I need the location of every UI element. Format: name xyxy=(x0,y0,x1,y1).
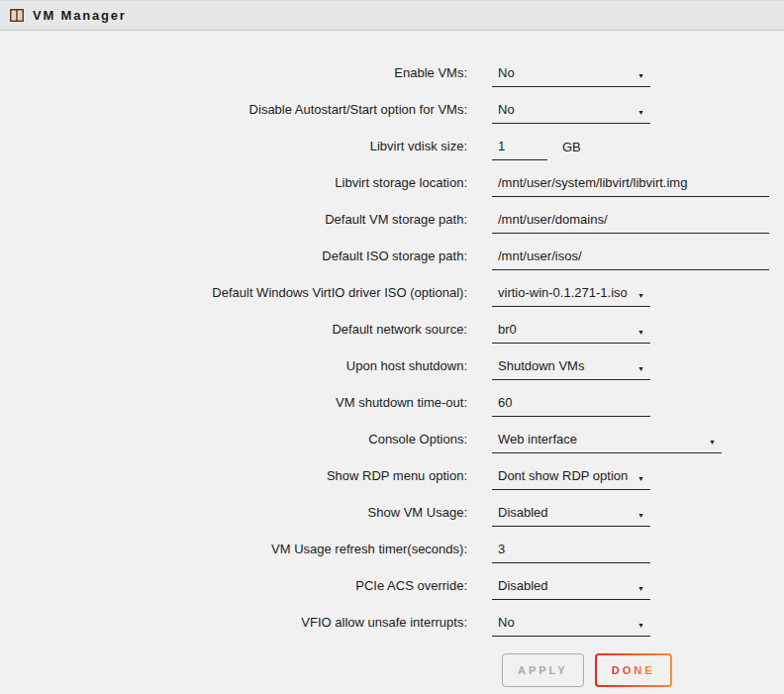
chevron-down-icon: ▼ xyxy=(637,512,644,519)
upon-host-shutdown-value: Shutdown VMs xyxy=(498,358,584,373)
form-row: Disable Autostart/Start option for VMs: … xyxy=(0,87,784,124)
settings-form: Enable VMs: No▼ Disable Autostart/Start … xyxy=(0,50,784,637)
show-vm-usage-label: Show VM Usage: xyxy=(0,505,467,527)
form-row: Show VM Usage: Disabled▼ xyxy=(0,490,784,527)
console-options-label: Console Options: xyxy=(0,432,467,453)
form-row: VFIO allow unsafe interrupts: No▼ xyxy=(0,600,784,637)
default-virtio-iso-select[interactable]: virtio-win-0.1.271-1.iso▼ xyxy=(492,285,650,307)
vm-shutdown-timeout-field[interactable] xyxy=(498,395,644,410)
show-rdp-menu-option-select[interactable]: Dont show RDP option▼ xyxy=(492,468,650,490)
columns-icon xyxy=(10,9,24,22)
done-button[interactable]: DONE xyxy=(595,653,672,687)
default-virtio-iso-value: virtio-win-0.1.271-1.iso xyxy=(498,285,628,300)
vfio-unsafe-interrupts-select[interactable]: No▼ xyxy=(492,615,650,637)
vfio-unsafe-interrupts-value: No xyxy=(498,615,515,630)
vfio-unsafe-interrupts-label: VFIO allow unsafe interrupts: xyxy=(0,615,467,637)
show-rdp-menu-option-label: Show RDP menu option: xyxy=(0,468,467,490)
chevron-down-icon: ▼ xyxy=(637,72,644,79)
enable-vms-label: Enable VMs: xyxy=(0,65,467,87)
default-vm-storage-path-field[interactable] xyxy=(498,212,763,227)
vm-usage-refresh-timer-label: VM Usage refresh timer(seconds): xyxy=(0,542,467,563)
console-options-value: Web interface xyxy=(498,432,577,446)
form-row: PCIe ACS override: Disabled▼ xyxy=(0,563,784,600)
upon-host-shutdown-label: Upon host shutdown: xyxy=(0,358,467,380)
form-buttons: APPLY DONE xyxy=(502,653,784,687)
default-iso-storage-path-label: Default ISO storage path: xyxy=(0,248,467,270)
upon-host-shutdown-select[interactable]: Shutdown VMs▼ xyxy=(492,358,650,380)
default-network-source-select[interactable]: br0▼ xyxy=(492,322,650,344)
libvirt-vdisk-size-label: Libvirt vdisk size: xyxy=(0,139,467,160)
enable-vms-select[interactable]: No▼ xyxy=(492,65,650,87)
chevron-down-icon: ▼ xyxy=(709,439,716,446)
disable-autostart-select[interactable]: No▼ xyxy=(492,102,650,124)
pcie-acs-override-select[interactable]: Disabled▼ xyxy=(492,578,650,600)
default-iso-storage-path-input[interactable] xyxy=(492,248,769,270)
form-row: Libvirt storage location: xyxy=(0,160,784,197)
apply-button[interactable]: APPLY xyxy=(502,653,584,687)
chevron-down-icon: ▼ xyxy=(637,475,644,482)
default-vm-storage-path-input[interactable] xyxy=(492,212,769,234)
form-row: Default network source: br0▼ xyxy=(0,307,784,344)
form-row: Default Windows VirtIO driver ISO (optio… xyxy=(0,270,784,307)
vm-usage-refresh-timer-input[interactable] xyxy=(492,542,650,563)
show-rdp-menu-option-value: Dont show RDP option xyxy=(498,468,628,483)
default-network-source-label: Default network source: xyxy=(0,322,467,344)
vm-usage-refresh-timer-field[interactable] xyxy=(498,542,644,556)
console-options-select[interactable]: Web interface▼ xyxy=(492,432,722,453)
libvirt-vdisk-size-input[interactable] xyxy=(492,139,547,160)
form-row: Default ISO storage path: xyxy=(0,234,784,270)
vm-shutdown-timeout-input[interactable] xyxy=(492,395,650,417)
form-row: Console Options: Web interface▼ xyxy=(0,417,784,453)
default-iso-storage-path-field[interactable] xyxy=(498,248,763,263)
chevron-down-icon: ▼ xyxy=(637,585,644,592)
form-row: Enable VMs: No▼ xyxy=(0,50,784,87)
form-row: Show RDP menu option: Dont show RDP opti… xyxy=(0,453,784,490)
libvirt-vdisk-size-unit: GB xyxy=(562,140,581,160)
vm-shutdown-timeout-label: VM shutdown time-out: xyxy=(0,395,467,417)
pcie-acs-override-label: PCIe ACS override: xyxy=(0,578,467,600)
form-row: Default VM storage path: xyxy=(0,197,784,234)
libvirt-storage-location-label: Libvirt storage location: xyxy=(0,175,467,197)
libvirt-storage-location-field[interactable] xyxy=(498,175,763,190)
show-vm-usage-select[interactable]: Disabled▼ xyxy=(492,505,650,527)
titlebar: VM Manager xyxy=(0,0,784,31)
done-button-label: DONE xyxy=(612,664,655,676)
disable-autostart-value: No xyxy=(498,102,515,117)
chevron-down-icon: ▼ xyxy=(637,292,644,299)
disable-autostart-label: Disable Autostart/Start option for VMs: xyxy=(0,102,467,124)
page-title: VM Manager xyxy=(33,8,127,23)
chevron-down-icon: ▼ xyxy=(637,329,644,336)
form-row: Upon host shutdown: Shutdown VMs▼ xyxy=(0,344,784,380)
default-network-source-value: br0 xyxy=(498,322,517,337)
form-row: VM shutdown time-out: xyxy=(0,380,784,417)
pcie-acs-override-value: Disabled xyxy=(498,578,548,593)
form-row: Libvirt vdisk size: GB xyxy=(0,124,784,160)
show-vm-usage-value: Disabled xyxy=(498,505,548,520)
enable-vms-value: No xyxy=(498,65,515,80)
libvirt-storage-location-input[interactable] xyxy=(492,175,769,197)
libvirt-vdisk-size-field[interactable] xyxy=(498,139,541,153)
chevron-down-icon: ▼ xyxy=(637,109,644,116)
default-virtio-iso-label: Default Windows VirtIO driver ISO (optio… xyxy=(0,285,467,307)
chevron-down-icon: ▼ xyxy=(637,365,644,372)
default-vm-storage-path-label: Default VM storage path: xyxy=(0,212,467,234)
chevron-down-icon: ▼ xyxy=(637,622,644,629)
form-row: VM Usage refresh timer(seconds): xyxy=(0,527,784,563)
